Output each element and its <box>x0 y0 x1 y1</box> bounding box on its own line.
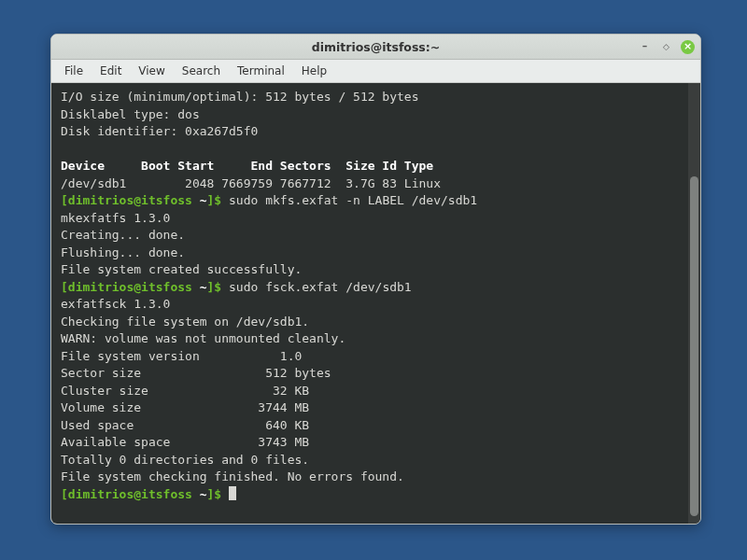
menu-view[interactable]: View <box>131 63 172 79</box>
output-line: I/O size (minimum/optimal): 512 bytes / … <box>61 90 419 104</box>
output-line: exfatfsck 1.3.0 <box>61 297 170 311</box>
output-line: Totally 0 directories and 0 files. <box>61 453 309 467</box>
output-line: Sector size 512 bytes <box>61 366 331 380</box>
command-text: sudo fsck.exfat /dev/sdb1 <box>221 280 412 294</box>
output-line: Disklabel type: dos <box>61 107 200 121</box>
window-controls <box>638 35 695 59</box>
output-line: Available space 3743 MB <box>61 435 309 449</box>
output-line: Used space 640 KB <box>61 418 309 432</box>
output-line: Flushing... done. <box>61 245 185 259</box>
prompt-path: ~ <box>200 487 207 501</box>
output-line: File system created successfully. <box>61 262 302 276</box>
prompt-close: ]$ <box>207 280 222 294</box>
minimize-button[interactable] <box>638 40 652 54</box>
window-title: dimitrios@itsfoss:~ <box>51 40 700 54</box>
menu-help[interactable]: Help <box>294 63 334 79</box>
table-header: Device Boot Start End Sectors Size Id Ty… <box>61 159 433 173</box>
prompt-userhost: [dimitrios@itsfoss <box>61 193 192 207</box>
output-line: File system version 1.0 <box>61 349 302 363</box>
prompt-path: ~ <box>200 280 207 294</box>
table-row: /dev/sdb1 2048 7669759 7667712 3.7G 83 L… <box>61 176 441 190</box>
command-text: sudo mkfs.exfat -n LABEL /dev/sdb1 <box>221 193 477 207</box>
output-line: Checking file system on /dev/sdb1. <box>61 315 309 329</box>
titlebar: dimitrios@itsfoss:~ <box>51 35 700 60</box>
output-line: Cluster size 32 KB <box>61 384 309 398</box>
prompt-close: ]$ <box>207 193 222 207</box>
prompt-userhost: [dimitrios@itsfoss <box>61 280 192 294</box>
scrollbar[interactable] <box>688 83 700 524</box>
output-line: mkexfatfs 1.3.0 <box>61 211 170 225</box>
output-line: Disk identifier: 0xa267d5f0 <box>61 124 258 138</box>
prompt-userhost: [dimitrios@itsfoss <box>61 487 192 501</box>
text-cursor <box>229 486 236 500</box>
output-line: File system checking finished. No errors… <box>61 469 404 483</box>
scroll-thumb[interactable] <box>690 176 698 516</box>
output-line: WARN: volume was not unmounted cleanly. <box>61 331 345 345</box>
prompt-close: ]$ <box>207 487 222 501</box>
maximize-button[interactable] <box>659 40 673 54</box>
close-button[interactable] <box>681 40 695 54</box>
menu-terminal[interactable]: Terminal <box>230 63 292 79</box>
output-line: Volume size 3744 MB <box>61 400 309 414</box>
terminal-window: dimitrios@itsfoss:~ File Edit View Searc… <box>50 34 701 525</box>
output-line: Creating... done. <box>61 228 185 242</box>
terminal-output[interactable]: I/O size (minimum/optimal): 512 bytes / … <box>51 83 688 524</box>
terminal-area: I/O size (minimum/optimal): 512 bytes / … <box>51 83 700 524</box>
prompt-path: ~ <box>200 193 207 207</box>
menu-file[interactable]: File <box>57 63 91 79</box>
menu-search[interactable]: Search <box>175 63 228 79</box>
menubar: File Edit View Search Terminal Help <box>51 60 700 83</box>
menu-edit[interactable]: Edit <box>92 63 129 79</box>
